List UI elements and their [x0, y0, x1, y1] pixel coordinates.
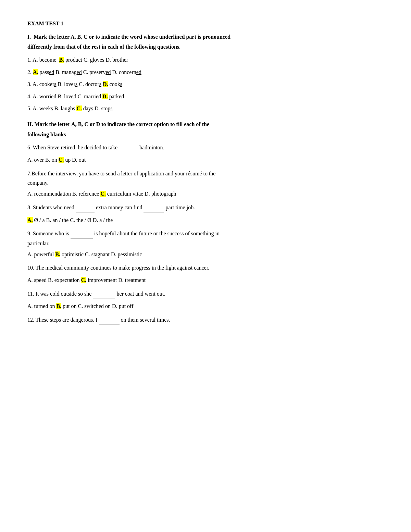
question-7: 7.Before the interview, you have to send…	[27, 169, 384, 178]
question-3: 3. A. cookers B. lovers C. doctors D. co…	[27, 80, 384, 89]
question-7-cont: company.	[27, 180, 384, 186]
question-10: 10. The medical community continues to m…	[27, 263, 384, 272]
answer-8: A. Ø / a B. an / the C. the / Ø D. a / t…	[27, 216, 384, 225]
question-2: 2. A. passed B. managed C. preserved D. …	[27, 68, 384, 77]
section2-subheading: following blanks	[27, 132, 384, 138]
answer-9: A. powerful B. optimistic C. stagnant D.…	[27, 250, 384, 259]
section1-subheading: differently from that of the rest in eac…	[27, 44, 384, 50]
answer-7: A. recommendation B. reference C. curric…	[27, 189, 384, 198]
question-9-cont: particular.	[27, 240, 384, 247]
question-9: 9. Someone who is is hopeful about the f…	[27, 229, 384, 238]
question-5: 5. A. weeks B. laughs C. days D. stops	[27, 104, 384, 113]
section2-heading: II. Mark the letter A, B, C or D to indi…	[27, 120, 384, 129]
exam-title: EXAM TEST 1	[27, 21, 384, 27]
answer-11: A. turned on B. put on C. switched on D.…	[27, 302, 384, 311]
answer-10: A. speed B. expectation C. improvement D…	[27, 276, 384, 285]
question-12: 12. These steps are dangerous. I on them…	[27, 316, 384, 325]
section1-heading: I. Mark the letter A, B, C or to indicat…	[27, 33, 384, 41]
question-8: 8. Students who need extra money can fin…	[27, 203, 384, 212]
question-1: 1. A. become B. product C. gloves D. bro…	[27, 55, 384, 64]
question-4: 4. A. worried B. loved C. married D. par…	[27, 92, 384, 101]
question-6: 6. When Steve retired, he decided to tak…	[27, 143, 384, 152]
question-11: 11. It was cold outside so she her coat …	[27, 289, 384, 299]
answer-6: A. over B. on C. up D. out	[27, 156, 384, 164]
